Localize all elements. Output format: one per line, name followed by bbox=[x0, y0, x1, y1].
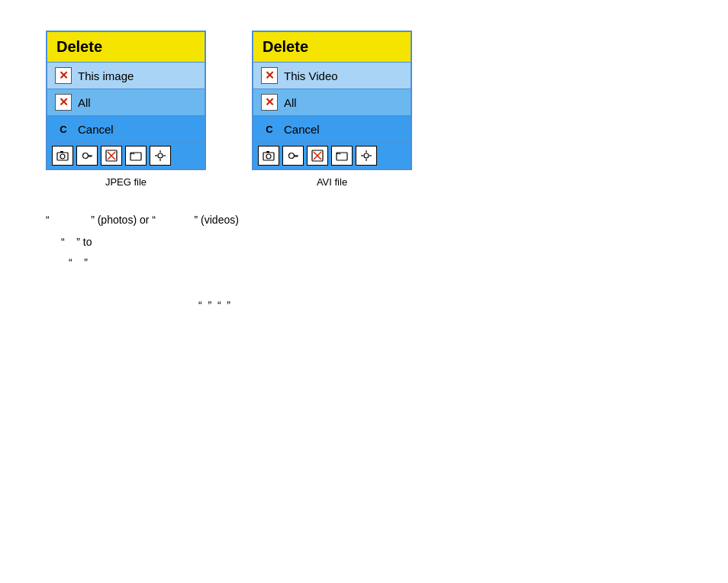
jpeg-all-item[interactable]: ✕ All bbox=[47, 89, 205, 115]
key-icon bbox=[81, 150, 93, 162]
body-text-line1-end: ” (videos) bbox=[195, 214, 239, 226]
avi-toolbar-btn-1[interactable] bbox=[258, 146, 279, 166]
avi-cancel-label: Cancel bbox=[284, 123, 320, 136]
body-text-line1: “ ” (photos) or “ ” (videos) bbox=[46, 211, 682, 230]
avi-toolbar-btn-4[interactable] bbox=[331, 146, 353, 166]
jpeg-dialog-title: Delete bbox=[47, 32, 205, 62]
jpeg-toolbar-btn-2[interactable] bbox=[76, 146, 98, 166]
jpeg-this-image-label: This image bbox=[78, 69, 134, 82]
body-text-line2: “ ” to bbox=[61, 233, 682, 252]
c-icon-cancel-avi: C bbox=[261, 121, 278, 137]
camera-icon bbox=[56, 150, 69, 162]
jpeg-toolbar-btn-3[interactable] bbox=[101, 146, 122, 166]
avi-file-label: AVI file bbox=[317, 176, 347, 188]
avi-cancel-item[interactable]: C Cancel bbox=[253, 115, 411, 142]
avi-dialog-wrapper: Delete ✕ This Video ✕ All C Cancel bbox=[252, 31, 412, 188]
delete-icon bbox=[105, 150, 118, 162]
page-container: Delete ✕ This image ✕ All C Cancel bbox=[0, 0, 728, 346]
jpeg-dialog: Delete ✕ This image ✕ All C Cancel bbox=[46, 31, 206, 170]
settings-icon bbox=[154, 150, 166, 162]
avi-this-video-item[interactable]: ✕ This Video bbox=[253, 62, 411, 89]
svg-point-1 bbox=[60, 154, 65, 159]
body-text-line2-content: “ ” to bbox=[61, 236, 92, 248]
jpeg-toolbar-btn-5[interactable] bbox=[150, 146, 171, 166]
body-text-line3-content: “ ” bbox=[69, 256, 88, 269]
avi-toolbar-btn-3[interactable] bbox=[307, 146, 328, 166]
svg-point-3 bbox=[83, 153, 89, 159]
jpeg-file-label: JPEG file bbox=[105, 176, 147, 188]
svg-point-11 bbox=[158, 153, 163, 158]
camera-icon-avi bbox=[263, 150, 275, 162]
x-icon-this-image: ✕ bbox=[55, 67, 72, 84]
body-text-section: “ ” (photos) or “ ” (videos) “ ” to “ ” … bbox=[46, 211, 682, 315]
avi-all-label: All bbox=[284, 96, 297, 109]
svg-rect-18 bbox=[266, 151, 269, 153]
avi-all-item[interactable]: ✕ All bbox=[253, 89, 411, 115]
x-icon-this-video: ✕ bbox=[261, 67, 278, 84]
jpeg-toolbar bbox=[47, 142, 205, 169]
key-icon-avi bbox=[287, 150, 299, 162]
jpeg-toolbar-btn-4[interactable] bbox=[125, 146, 147, 166]
jpeg-all-label: All bbox=[78, 96, 91, 109]
svg-point-19 bbox=[289, 153, 295, 159]
folder-icon bbox=[130, 150, 142, 162]
jpeg-dialog-wrapper: Delete ✕ This image ✕ All C Cancel bbox=[46, 31, 206, 188]
folder-icon-avi bbox=[336, 150, 348, 162]
x-icon-all-avi: ✕ bbox=[261, 94, 278, 111]
delete-icon-avi bbox=[311, 150, 324, 162]
c-icon-cancel: C bbox=[55, 121, 72, 137]
avi-toolbar bbox=[253, 142, 411, 169]
x-icon-all: ✕ bbox=[55, 94, 72, 111]
settings-icon-avi bbox=[360, 150, 372, 162]
body-text-line1-middle: ” (photos) or “ bbox=[91, 214, 156, 226]
svg-rect-2 bbox=[60, 151, 63, 153]
avi-this-video-label: This Video bbox=[284, 69, 338, 82]
avi-toolbar-btn-2[interactable] bbox=[282, 146, 304, 166]
avi-toolbar-btn-5[interactable] bbox=[356, 146, 377, 166]
jpeg-toolbar-btn-1[interactable] bbox=[52, 146, 73, 166]
jpeg-cancel-label: Cancel bbox=[78, 123, 114, 136]
jpeg-this-image-item[interactable]: ✕ This image bbox=[47, 62, 205, 89]
body-text-line4: “ ” “ ” bbox=[198, 296, 682, 315]
dialogs-row: Delete ✕ This image ✕ All C Cancel bbox=[46, 31, 682, 188]
svg-point-17 bbox=[266, 154, 271, 159]
body-text-line4-content: “ ” “ ” bbox=[198, 299, 230, 311]
svg-point-27 bbox=[364, 153, 369, 158]
avi-dialog-title: Delete bbox=[253, 32, 411, 62]
avi-dialog: Delete ✕ This Video ✕ All C Cancel bbox=[252, 31, 412, 170]
jpeg-cancel-item[interactable]: C Cancel bbox=[47, 115, 205, 142]
body-text-line3: “ ” bbox=[69, 253, 682, 272]
body-text-line1-content: “ bbox=[46, 214, 50, 226]
